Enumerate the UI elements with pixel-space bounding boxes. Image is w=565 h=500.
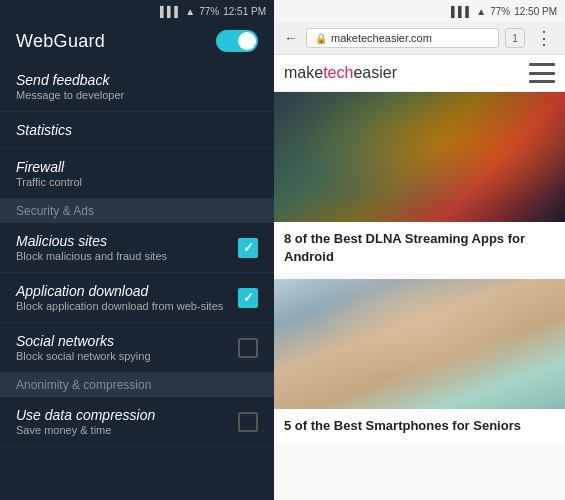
tab-count[interactable]: 1 [505, 28, 525, 48]
section-anonimity: Anonimity & compression [0, 373, 274, 397]
data-compression-checkbox[interactable] [238, 412, 258, 432]
status-bar-left: ▌▌▌ ▲ 77% 12:51 PM [0, 0, 274, 22]
battery-left: 77% [199, 6, 219, 17]
logo-easier: easier [353, 64, 397, 81]
app-download-subtitle: Block application download from web-site… [16, 300, 238, 312]
right-panel: ▌▌▌ ▲ 77% 12:50 PM ← 🔒 maketecheasier.co… [274, 0, 565, 500]
article-image-ironman [274, 92, 565, 222]
app-header: WebGuard [0, 22, 274, 62]
article-title-1: 8 of the Best DLNA Streaming Apps for An… [284, 230, 555, 265]
social-networks-title: Social networks [16, 333, 238, 349]
send-feedback-subtitle: Message to developer [16, 89, 258, 101]
wifi-icon: ▲ [185, 6, 195, 17]
malicious-sites-subtitle: Block malicious and fraud sites [16, 250, 238, 262]
article-card-2[interactable]: 5 of the Best Smartphones for Seniors [274, 279, 565, 443]
hamburger-menu-icon[interactable] [529, 63, 555, 83]
wifi-icon-right: ▲ [476, 6, 486, 17]
menu-item-data-compression[interactable]: Use data compression Save money & time [0, 397, 274, 447]
data-compression-subtitle: Save money & time [16, 424, 238, 436]
firewall-title: Firewall [16, 159, 258, 175]
social-networks-subtitle: Block social network spying [16, 350, 238, 362]
app-download-checkbox[interactable] [238, 288, 258, 308]
article-image-oldman [274, 279, 565, 409]
menu-item-send-feedback[interactable]: Send feedback Message to developer [0, 62, 274, 112]
malicious-sites-title: Malicious sites [16, 233, 238, 249]
menu-item-firewall[interactable]: Firewall Traffic control [0, 149, 274, 199]
browser-bar: ← 🔒 maketecheasier.com 1 ⋮ [274, 22, 565, 55]
browser-menu-button[interactable]: ⋮ [531, 27, 557, 49]
malicious-sites-checkbox[interactable] [238, 238, 258, 258]
signal-icon-right: ▌▌▌ [451, 6, 472, 17]
article-title-2: 5 of the Best Smartphones for Seniors [284, 417, 555, 435]
status-bar-right: ▌▌▌ ▲ 77% 12:50 PM [274, 0, 565, 22]
site-header: maketecheasier [274, 55, 565, 92]
browser-back-button[interactable]: ← [282, 29, 300, 47]
menu-item-social-networks[interactable]: Social networks Block social network spy… [0, 323, 274, 373]
firewall-subtitle: Traffic control [16, 176, 258, 188]
statistics-title: Statistics [16, 122, 258, 138]
url-text: maketecheasier.com [331, 32, 432, 44]
social-networks-checkbox[interactable] [238, 338, 258, 358]
left-panel: ▌▌▌ ▲ 77% 12:51 PM WebGuard Send feedbac… [0, 0, 274, 500]
webguard-toggle[interactable] [216, 30, 258, 52]
section-security-ads: Security & Ads [0, 199, 274, 223]
menu-item-statistics[interactable]: Statistics [0, 112, 274, 149]
site-logo: maketecheasier [284, 64, 397, 82]
menu-item-malicious-sites[interactable]: Malicious sites Block malicious and frau… [0, 223, 274, 273]
articles-container: 8 of the Best DLNA Streaming Apps for An… [274, 92, 565, 500]
send-feedback-title: Send feedback [16, 72, 258, 88]
url-bar[interactable]: 🔒 maketecheasier.com [306, 28, 499, 48]
article-card-1[interactable]: 8 of the Best DLNA Streaming Apps for An… [274, 92, 565, 273]
lock-icon: 🔒 [315, 33, 327, 44]
battery-right: 77% [490, 6, 510, 17]
app-title: WebGuard [16, 31, 105, 52]
menu-item-app-download[interactable]: Application download Block application d… [0, 273, 274, 323]
logo-tech: tech [323, 64, 353, 81]
time-left: 12:51 PM [223, 6, 266, 17]
data-compression-title: Use data compression [16, 407, 238, 423]
app-download-title: Application download [16, 283, 238, 299]
time-right: 12:50 PM [514, 6, 557, 17]
signal-icon: ▌▌▌ [160, 6, 181, 17]
logo-make: make [284, 64, 323, 81]
